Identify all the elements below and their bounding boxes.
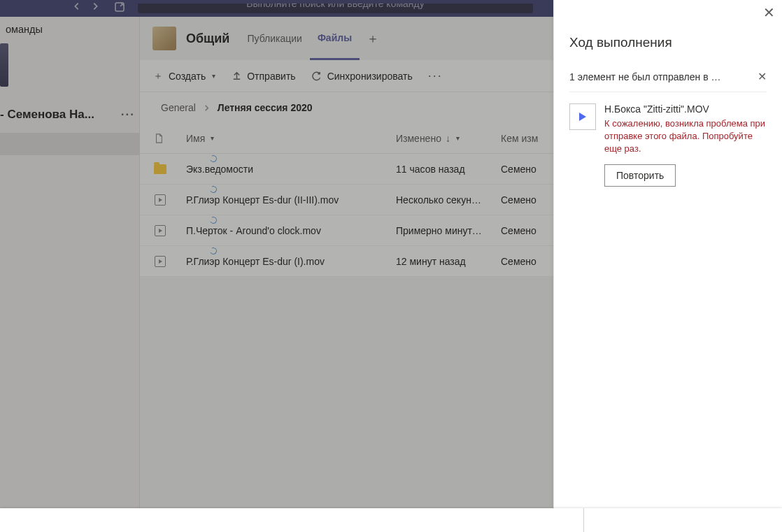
col-modified-label: Изменено — [396, 133, 441, 144]
team-avatar[interactable] — [0, 43, 8, 87]
sidebar: оманды - Семенова На... ··· — [0, 17, 140, 508]
progress-panel: ✕ Ход выполнения 1 элемент не был отправ… — [553, 0, 782, 508]
breadcrumb-current: Летняя сессия 2020 — [218, 102, 313, 113]
upload-file-name: Н.Бокса "Zitti-zitti".MOV — [604, 103, 767, 115]
team-name: - Семенова На... — [0, 108, 94, 122]
sync-status-icon — [209, 215, 218, 224]
file-name: Р.Глиэр Концерт Es-dur (I).mov — [186, 256, 325, 267]
compose-icon[interactable] — [114, 0, 125, 13]
toolbar-more-icon[interactable]: ··· — [428, 69, 443, 83]
col-name[interactable]: Имя ▾ — [186, 133, 396, 144]
file-modified: 11 часов назад — [396, 164, 501, 175]
toolbar-upload-label: Отправить — [247, 71, 295, 82]
add-tab-icon[interactable]: ＋ — [360, 30, 386, 47]
upload-error-text: К сожалению, возникла проблема при отпра… — [604, 117, 767, 156]
toolbar-sync-button[interactable]: Синхронизировать — [311, 71, 413, 82]
sync-status-icon — [209, 246, 218, 255]
team-row[interactable]: - Семенова На... ··· — [0, 103, 139, 126]
file-modified: Несколько секун… — [396, 194, 501, 206]
upload-icon — [231, 71, 242, 82]
channel-item-selected[interactable] — [0, 133, 139, 155]
chevron-down-icon: ▾ — [212, 72, 215, 80]
file-name: Экз.ведомости — [186, 164, 253, 175]
close-icon[interactable]: ✕ — [763, 4, 775, 21]
toolbar-create-label: Создать — [169, 71, 206, 82]
toolbar-upload-button[interactable]: Отправить — [231, 71, 295, 82]
chevron-down-icon: ▾ — [211, 134, 214, 142]
file-name: Р.Глиэр Концерт Es-dur (II-III).mov — [186, 194, 339, 206]
plus-icon: ＋ — [152, 71, 164, 82]
sync-status-icon — [209, 154, 218, 163]
search-input[interactable] — [138, 3, 533, 13]
sync-icon — [311, 71, 322, 82]
folder-icon — [154, 163, 166, 175]
video-file-icon — [154, 255, 166, 268]
sort-arrow-icon: ↓ — [446, 133, 450, 144]
channel-title: Общий — [186, 31, 229, 46]
toolbar-create-button[interactable]: ＋ Создать ▾ — [152, 71, 215, 82]
col-name-label: Имя — [186, 133, 205, 144]
panel-title: Ход выполнения — [569, 35, 767, 50]
breadcrumb-root[interactable]: General — [161, 102, 196, 113]
nav-forward-icon[interactable] — [90, 1, 100, 11]
team-more-icon[interactable]: ··· — [121, 108, 135, 122]
tab-posts[interactable]: Публикации — [239, 17, 309, 60]
video-file-icon — [154, 224, 166, 237]
file-modified: 12 минут назад — [396, 256, 501, 267]
video-file-icon — [154, 194, 166, 206]
toolbar-sync-label: Синхронизировать — [327, 71, 413, 82]
file-name: П.Черток - Around'o clock.mov — [186, 225, 321, 236]
file-modified: Примерно минут… — [396, 225, 501, 236]
chevron-right-icon — [203, 104, 211, 112]
col-modified[interactable]: Изменено ↓ ▾ — [396, 133, 501, 144]
bottom-strip — [0, 508, 782, 532]
upload-item: Н.Бокса "Zitti-zitti".MOV К сожалению, в… — [569, 103, 767, 187]
video-thumb-icon — [569, 103, 596, 130]
sync-status-icon — [209, 185, 218, 194]
sidebar-section-label: оманды — [0, 17, 139, 39]
chevron-down-icon: ▾ — [456, 134, 460, 142]
col-type-icon[interactable] — [154, 133, 186, 144]
nav-back-icon[interactable] — [72, 1, 82, 11]
channel-avatar — [152, 27, 176, 50]
panel-summary: 1 элемент не был отправлен в … — [569, 71, 721, 82]
tab-files[interactable]: Файлы — [310, 17, 360, 60]
dismiss-icon[interactable]: ✕ — [758, 70, 767, 83]
retry-button[interactable]: Повторить — [604, 164, 676, 187]
